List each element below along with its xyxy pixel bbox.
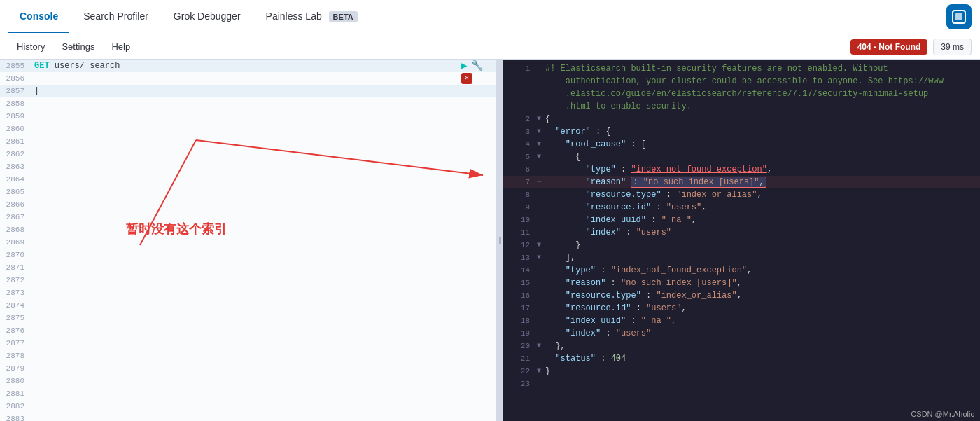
line-content: GET users/_search bbox=[31, 60, 461, 72]
editor-line: 2863 bbox=[0, 160, 496, 173]
editor-line: 2874 bbox=[0, 299, 496, 312]
output-highlighted-line: 7 → "reason" : "no such index [users]", bbox=[503, 176, 980, 188]
output-panel[interactable]: 1 #! Elasticsearch built-in security fea… bbox=[503, 60, 980, 421]
editor-line: 2882 bbox=[0, 400, 496, 413]
beta-badge: BETA bbox=[329, 11, 358, 22]
out-content: .html to enable security. bbox=[545, 100, 977, 113]
output-line: 22 ▼ } bbox=[503, 365, 980, 378]
output-line: 10 "index_uuid" : "_na_", bbox=[503, 214, 980, 226]
line-number: 2856 bbox=[0, 72, 31, 85]
out-content: } bbox=[545, 239, 977, 251]
out-content: ], bbox=[545, 251, 977, 264]
editor-line: 2870 bbox=[0, 249, 496, 261]
out-content: "status" : 404 bbox=[545, 352, 977, 365]
fold-arrow[interactable]: ▼ bbox=[537, 113, 545, 125]
tab-grok-debugger[interactable]: Grok Debugger bbox=[162, 1, 252, 33]
output-line: 6 "type" : "index_not_found_exception", bbox=[503, 163, 980, 176]
output-line: 21 "status" : 404 bbox=[503, 352, 980, 365]
output-line: 15 "reason" : "no such index [users]", bbox=[503, 277, 980, 289]
fold-arrow[interactable]: ▼ bbox=[537, 365, 545, 378]
output-line: 2 ▼ { bbox=[503, 113, 980, 125]
output-line: 4 ▼ "root_cause" : [ bbox=[503, 138, 980, 151]
main-content: 2855 GET users/_search ▶ 🔧 2856 ✕ 2857 bbox=[0, 60, 980, 421]
editor-line: 2871 bbox=[0, 261, 496, 274]
out-content: "root_cause" : [ bbox=[545, 138, 977, 151]
output-line: 23 bbox=[503, 378, 980, 390]
secondary-nav: History Settings Help 404 - Not Found 39… bbox=[0, 34, 980, 60]
output-line: 5 ▼ { bbox=[503, 151, 980, 163]
nav-settings[interactable]: Settings bbox=[53, 36, 103, 57]
output-comment-line: 1 #! Elasticsearch built-in security fea… bbox=[503, 62, 980, 75]
editor-line: 2879 bbox=[0, 362, 496, 375]
out-content: "resource.id" : "users", bbox=[545, 201, 977, 214]
editor-line: 2883 bbox=[0, 413, 496, 421]
out-content: #! Elasticsearch built-in security featu… bbox=[545, 62, 977, 75]
fold-arrow[interactable]: ▼ bbox=[537, 125, 545, 138]
panel-divider[interactable]: ‖ bbox=[497, 60, 503, 421]
app-logo bbox=[946, 4, 972, 29]
out-content: "error" : { bbox=[545, 125, 977, 138]
fold-arrow[interactable]: ▼ bbox=[537, 251, 545, 264]
output-line: 18 "index_uuid" : "_na_", bbox=[503, 315, 980, 327]
wrench-button[interactable]: 🔧 bbox=[471, 60, 483, 72]
output-line: 17 "resource.id" : "users", bbox=[503, 302, 980, 315]
nav-help[interactable]: Help bbox=[103, 36, 139, 57]
time-badge: 39 ms bbox=[933, 39, 972, 55]
editor-line: 2858 bbox=[0, 97, 496, 110]
line-content[interactable] bbox=[31, 85, 461, 97]
top-nav: Console Search Profiler Grok Debugger Pa… bbox=[0, 0, 980, 34]
tab-console[interactable]: Console bbox=[8, 1, 69, 33]
fold-arrow[interactable]: ▼ bbox=[537, 340, 545, 352]
out-content: "type" : "index_not_found_exception", bbox=[545, 264, 977, 277]
output-line: 8 "resource.type" : "index_or_alias", bbox=[503, 188, 980, 201]
out-content: "index" : "users" bbox=[545, 327, 977, 340]
out-content: "index_uuid" : "_na_", bbox=[545, 315, 977, 327]
fold-arrow[interactable]: ▼ bbox=[537, 239, 545, 251]
output-line: 13 ▼ ], bbox=[503, 251, 980, 264]
out-content: "index_uuid" : "_na_", bbox=[545, 214, 977, 226]
out-content: "type" : "index_not_found_exception", bbox=[545, 163, 977, 176]
editor-line: 2873 bbox=[0, 287, 496, 299]
editor-line: 2861 bbox=[0, 135, 496, 148]
output-line: 14 "type" : "index_not_found_exception", bbox=[503, 264, 980, 277]
nav-history[interactable]: History bbox=[8, 36, 53, 57]
output-line: 9 "resource.id" : "users", bbox=[503, 201, 980, 214]
out-content: .elastic.co/guide/en/elasticsearch/refer… bbox=[545, 88, 977, 100]
out-content: "reason" : "no such index [users]", bbox=[545, 277, 977, 289]
editor-line: 2865 bbox=[0, 186, 496, 198]
output-line: 3 ▼ "error" : { bbox=[503, 125, 980, 138]
line-number: 2857 bbox=[0, 85, 31, 97]
editor-line: 2864 bbox=[0, 173, 496, 186]
out-content: "resource.type" : "index_or_alias", bbox=[545, 289, 977, 302]
editor-line: 2876 bbox=[0, 324, 496, 337]
tab-painless-lab[interactable]: Painless Lab BETA bbox=[255, 1, 369, 33]
out-line-number: 1 bbox=[505, 62, 537, 75]
tab-search-profiler[interactable]: Search Profiler bbox=[72, 1, 160, 33]
editor-line: 2881 bbox=[0, 387, 496, 400]
output-comment-line: authentication, your cluster could be ac… bbox=[503, 75, 980, 88]
output-line: 20 ▼ }, bbox=[503, 340, 980, 352]
editor-line: 2857 bbox=[0, 85, 496, 97]
play-button[interactable]: ▶ bbox=[461, 60, 467, 72]
watermark: CSDN @Mr.Aholic bbox=[911, 410, 974, 418]
out-content: "resource.id" : "users", bbox=[545, 302, 977, 315]
fold-arrow[interactable]: ▼ bbox=[537, 138, 545, 151]
svg-rect-1 bbox=[955, 13, 962, 20]
out-content: "index" : "users" bbox=[545, 226, 977, 239]
editor-line: 2866 bbox=[0, 198, 496, 211]
output-comment-line: .elastic.co/guide/en/elasticsearch/refer… bbox=[503, 88, 980, 100]
editor-lines[interactable]: 2855 GET users/_search ▶ 🔧 2856 ✕ 2857 bbox=[0, 60, 496, 421]
editor-line: 2875 bbox=[0, 312, 496, 324]
out-content: }, bbox=[545, 340, 977, 352]
editor-line: 2877 bbox=[0, 337, 496, 350]
out-content: "reason" : "no such index [users]", bbox=[545, 176, 977, 188]
editor-line: 2867 bbox=[0, 211, 496, 223]
out-content bbox=[545, 378, 977, 390]
editor-line: 2868 bbox=[0, 223, 496, 236]
editor-line: 2859 bbox=[0, 110, 496, 123]
close-button[interactable]: ✕ bbox=[461, 73, 472, 84]
editor-panel: 2855 GET users/_search ▶ 🔧 2856 ✕ 2857 bbox=[0, 60, 497, 421]
editor-line: 2878 bbox=[0, 350, 496, 362]
line-actions: ▶ 🔧 bbox=[461, 60, 496, 72]
fold-arrow[interactable]: ▼ bbox=[537, 151, 545, 163]
